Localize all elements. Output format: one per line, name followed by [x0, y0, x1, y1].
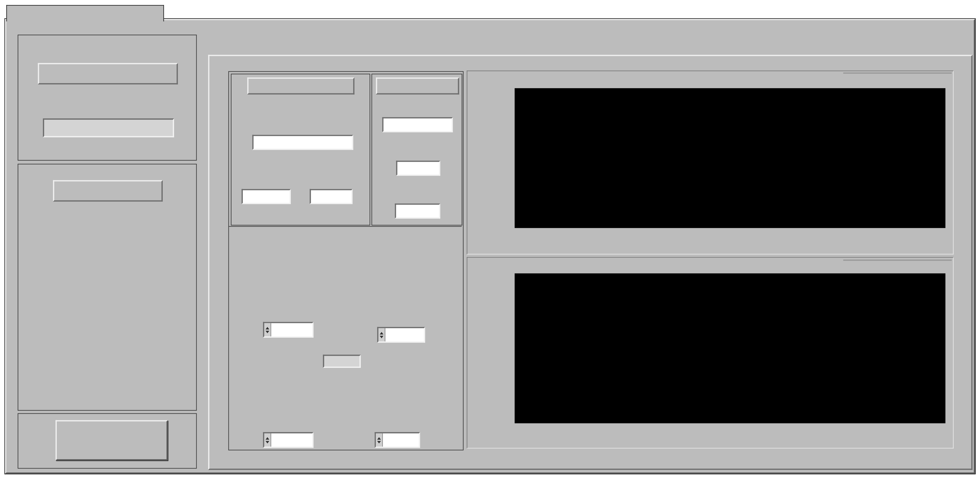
- specified-phase-value: [395, 204, 441, 219]
- number-of-stages-ring[interactable]: [43, 119, 174, 137]
- control-buttons-heading: [53, 180, 163, 201]
- increment-decrement-buttons[interactable]: [379, 328, 385, 341]
- window-tab[interactable]: [6, 5, 164, 21]
- high-frequency-1-value: [252, 135, 353, 150]
- low-frequency-2-value: [310, 189, 353, 204]
- specified-point-group: [371, 74, 462, 225]
- frame-divider: [229, 226, 461, 227]
- specified-frequency-value: [382, 117, 453, 132]
- phase-plot-legend: [843, 260, 952, 261]
- position-value-text: [272, 323, 311, 336]
- points-of-representation-knob[interactable]: [353, 244, 447, 338]
- trigger-value[interactable]: [263, 432, 313, 448]
- phase-bode-chart: [467, 257, 954, 448]
- gain-plot-legend: [843, 73, 952, 74]
- gain-y-axis-label: [476, 88, 490, 228]
- phase-plot-area: [515, 273, 945, 423]
- low-frequency-1-value: [242, 189, 291, 204]
- points-of-representation-value[interactable]: [377, 327, 425, 342]
- domain-value-text: [383, 433, 418, 447]
- specified-gain-value: [396, 161, 440, 176]
- domain-value[interactable]: [375, 432, 420, 448]
- increment-decrement-buttons[interactable]: [264, 433, 271, 447]
- number-of-stages-heading: [38, 63, 178, 84]
- domain-knob[interactable]: [351, 350, 446, 444]
- specified-point-heading: [376, 78, 459, 94]
- application-window: [0, 0, 980, 477]
- increment-decrement-buttons[interactable]: [264, 323, 271, 336]
- stop-button[interactable]: [56, 420, 168, 461]
- trigger-knob[interactable]: [240, 350, 334, 444]
- characteristic-points-heading: [247, 78, 355, 94]
- gain-bode-chart: [467, 70, 954, 254]
- points-of-representation-value-text: [386, 328, 423, 341]
- phase-y-axis-label: [476, 273, 490, 423]
- number-of-stages-group: [18, 35, 197, 160]
- position-value[interactable]: [263, 322, 313, 338]
- increment-decrement-buttons[interactable]: [376, 433, 383, 447]
- trigger-value-text: [272, 433, 311, 447]
- gain-plot-area: [515, 88, 945, 228]
- current-iteration-value: [323, 355, 361, 368]
